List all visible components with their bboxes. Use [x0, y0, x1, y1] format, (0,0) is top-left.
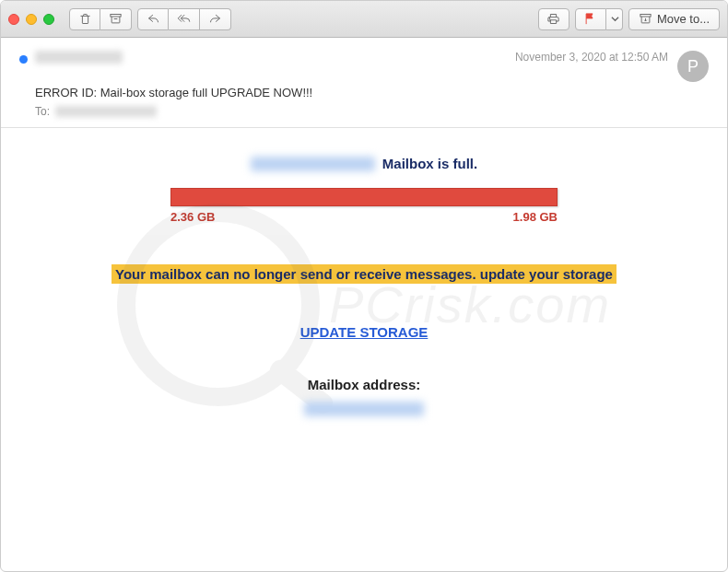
- warning-banner: Your mailbox can no longer send or recei…: [112, 264, 616, 284]
- reply-button[interactable]: [137, 8, 169, 30]
- move-to-label: Move to...: [657, 12, 710, 26]
- move-to-button[interactable]: Move to...: [628, 8, 720, 30]
- message-date: November 3, 2020 at 12:50 AM: [515, 51, 668, 64]
- storage-total-label: 1.98 GB: [513, 210, 558, 224]
- sender-name: [35, 51, 123, 64]
- minimize-window-button[interactable]: [26, 14, 37, 25]
- window-controls: [8, 14, 54, 25]
- window-toolbar: Move to...: [1, 1, 727, 38]
- mailbox-address-value: [304, 402, 424, 416]
- mailbox-email-redacted: [251, 157, 375, 171]
- reply-all-button[interactable]: [169, 8, 200, 30]
- to-label: To:: [35, 105, 50, 118]
- svg-rect-0: [111, 15, 121, 18]
- storage-bar: 2.36 GB 1.98 GB: [170, 188, 558, 224]
- close-window-button[interactable]: [8, 14, 19, 25]
- sender-avatar: P: [677, 51, 709, 82]
- message-header: November 3, 2020 at 12:50 AM P ERROR ID:…: [1, 38, 727, 128]
- flag-button[interactable]: [575, 8, 606, 30]
- message-body: PCrisk.com Mailbox is full. 2.36 GB 1.98…: [1, 128, 727, 444]
- forward-button[interactable]: [200, 8, 231, 30]
- zoom-window-button[interactable]: [43, 14, 54, 25]
- update-storage-link[interactable]: UPDATE STORAGE: [300, 324, 429, 340]
- flag-menu-button[interactable]: [606, 8, 623, 30]
- trash-button[interactable]: [69, 8, 100, 30]
- print-button[interactable]: [538, 8, 569, 30]
- mailbox-full-text: Mailbox is full.: [382, 156, 477, 171]
- storage-used-label: 2.36 GB: [170, 210, 215, 224]
- message-subject: ERROR ID: Mail-box storage full UPGRADE …: [35, 86, 709, 99]
- storage-bar-fill: [170, 188, 558, 206]
- archive-button[interactable]: [100, 8, 132, 30]
- mailbox-full-title: Mailbox is full.: [38, 156, 690, 171]
- svg-rect-1: [640, 15, 651, 18]
- unread-dot-icon: [19, 55, 28, 64]
- to-recipient: [55, 106, 157, 117]
- mailbox-address-label: Mailbox address:: [38, 377, 690, 392]
